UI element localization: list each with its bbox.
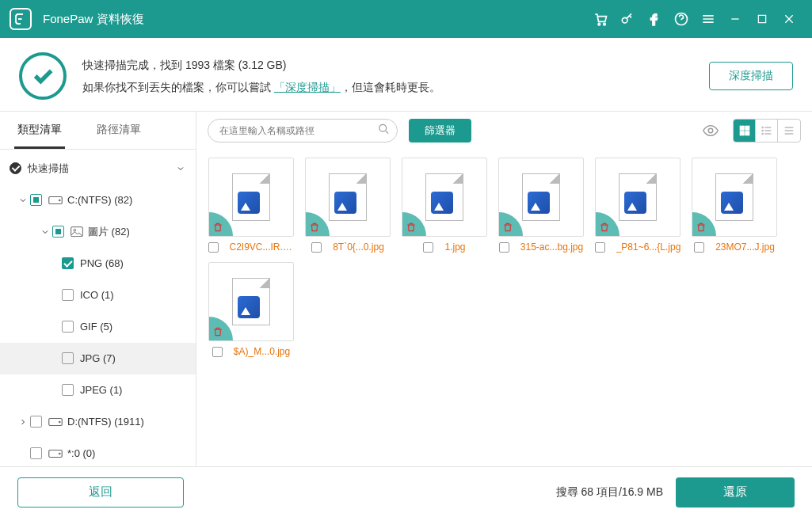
- back-button[interactable]: 返回: [17, 477, 184, 507]
- file-tile[interactable]: _P81~6...{L.jpg: [594, 158, 681, 253]
- svg-point-12: [59, 453, 61, 454]
- trash-icon: [596, 212, 619, 236]
- file-tile[interactable]: 8T`0{...0.jpg: [304, 158, 391, 253]
- file-grid: C2I9VC...IR.jpg 8T`0{...0.jpg 1.jpg 315-…: [196, 150, 812, 466]
- file-thumbnail[interactable]: [498, 158, 584, 237]
- file-tile[interactable]: 315-ac...bg.jpg: [497, 158, 585, 253]
- search-box: [208, 119, 398, 143]
- trash-icon: [692, 212, 716, 236]
- close-icon[interactable]: [776, 6, 802, 32]
- chevron-down-icon[interactable]: [38, 227, 52, 237]
- tree-label: C:(NTFS) (82): [67, 194, 188, 206]
- tree-label: D:(NTFS) (1911): [67, 416, 188, 428]
- checkbox[interactable]: [30, 416, 42, 428]
- key-icon[interactable]: [614, 6, 641, 32]
- help-icon[interactable]: [668, 6, 695, 32]
- svg-point-6: [59, 200, 61, 201]
- eye-icon[interactable]: [700, 120, 722, 142]
- file-thumbnail[interactable]: [208, 262, 294, 341]
- grid-view-icon[interactable]: [734, 120, 756, 142]
- file-thumbnail[interactable]: [208, 158, 294, 237]
- checkbox[interactable]: [30, 447, 42, 459]
- file-tile[interactable]: C2I9VC...IR.jpg: [208, 158, 295, 253]
- app-title: FonePaw 資料恢復: [43, 12, 144, 27]
- drive-icon: [48, 448, 63, 459]
- minimize-icon[interactable]: [722, 6, 749, 32]
- svg-point-20: [762, 130, 763, 131]
- tree-label: 快速掃描: [28, 162, 173, 176]
- tree-images[interactable]: 圖片 (82): [0, 216, 196, 248]
- filter-button[interactable]: 篩選器: [409, 119, 471, 143]
- file-name: 1.jpg: [444, 241, 465, 253]
- tree-drive-c[interactable]: C:(NTFS) (82): [0, 184, 196, 216]
- search-icon[interactable]: [378, 123, 390, 138]
- checkbox[interactable]: [62, 384, 74, 396]
- file-thumbnail[interactable]: [692, 158, 777, 237]
- checkbox[interactable]: [52, 226, 64, 238]
- file-thumbnail[interactable]: [305, 158, 391, 237]
- file-name: C2I9VC...IR.jpg: [230, 241, 295, 253]
- trash-icon: [209, 317, 233, 340]
- svg-point-10: [59, 421, 61, 423]
- tree-png[interactable]: PNG (68): [0, 248, 196, 279]
- deep-scan-button[interactable]: 深度掃描: [709, 62, 793, 90]
- status-text: 快速掃描完成，找到 1993 檔案 (3.12 GB) 如果你找不到丟失的檔案，…: [82, 54, 693, 98]
- drive-icon: [48, 195, 63, 206]
- checkbox[interactable]: [30, 194, 42, 206]
- checkbox[interactable]: [62, 257, 74, 269]
- image-icon: [71, 226, 83, 238]
- tree-label: GIF (5): [80, 321, 188, 333]
- menu-icon[interactable]: [695, 6, 722, 32]
- chevron-right-icon[interactable]: [16, 417, 30, 427]
- tree-jpg[interactable]: JPG (7): [0, 343, 196, 374]
- file-tile[interactable]: $A)_M...0.jpg: [208, 262, 295, 357]
- file-tile[interactable]: 23MO7...J.jpg: [691, 158, 778, 253]
- chevron-down-icon[interactable]: [173, 164, 188, 173]
- deep-scan-link[interactable]: 「深度掃描」: [274, 81, 341, 93]
- checkbox[interactable]: [212, 347, 223, 357]
- tab-type-list[interactable]: 類型清單: [0, 112, 79, 149]
- status-line2a: 如果你找不到丟失的檔案，你可以嘗試: [82, 81, 274, 93]
- file-thumbnail[interactable]: [402, 158, 487, 237]
- restore-button[interactable]: 還原: [676, 477, 795, 507]
- file-name: 23MO7...J.jpg: [715, 241, 775, 253]
- checkbox[interactable]: [62, 321, 74, 333]
- success-check-icon: [19, 52, 67, 100]
- tab-path-list[interactable]: 路徑清單: [79, 112, 158, 149]
- checkbox[interactable]: [311, 242, 322, 253]
- tree-label: JPEG (1): [80, 384, 188, 396]
- status-line1: 快速掃描完成，找到 1993 檔案 (3.12 GB): [82, 54, 693, 76]
- trash-icon: [402, 212, 426, 236]
- tree-label: ICO (1): [80, 289, 188, 301]
- tree: 快速掃描 C:(NTFS) (82) 圖片 (82) PNG (68): [0, 150, 196, 466]
- maximize-icon[interactable]: [749, 6, 776, 32]
- tree-label: *:0 (0): [67, 447, 188, 459]
- checkbox[interactable]: [499, 242, 509, 253]
- content: 篩選器 C2I9VC...IR.jpg 8T`0{...0.jpg: [196, 112, 812, 466]
- file-thumbnail[interactable]: [595, 158, 680, 237]
- checkbox[interactable]: [595, 242, 605, 253]
- tree-quick-scan[interactable]: 快速掃描: [0, 153, 196, 184]
- svg-rect-15: [740, 126, 744, 130]
- list-view-icon[interactable]: [756, 120, 778, 142]
- tree-jpeg[interactable]: JPEG (1): [0, 374, 196, 406]
- tree-drive-d[interactable]: D:(NTFS) (1911): [0, 406, 196, 438]
- file-tile[interactable]: 1.jpg: [401, 158, 488, 253]
- chevron-down-icon[interactable]: [16, 196, 30, 205]
- checkbox[interactable]: [208, 242, 219, 253]
- tree-ico[interactable]: ICO (1): [0, 279, 196, 311]
- checkbox[interactable]: [62, 289, 74, 301]
- checkbox[interactable]: [423, 242, 433, 253]
- tree-star[interactable]: *:0 (0): [0, 438, 196, 466]
- svg-rect-18: [745, 131, 749, 135]
- checkbox[interactable]: [62, 352, 74, 364]
- quick-scan-check-icon: [10, 162, 21, 174]
- tree-gif[interactable]: GIF (5): [0, 311, 196, 343]
- search-input[interactable]: [208, 119, 398, 143]
- trash-icon: [306, 212, 330, 236]
- status-line2b: ，但這會耗時更長。: [341, 81, 440, 93]
- facebook-icon[interactable]: [641, 6, 668, 32]
- checkbox[interactable]: [694, 242, 704, 253]
- cart-icon[interactable]: [587, 6, 614, 32]
- detail-view-icon[interactable]: [778, 120, 800, 142]
